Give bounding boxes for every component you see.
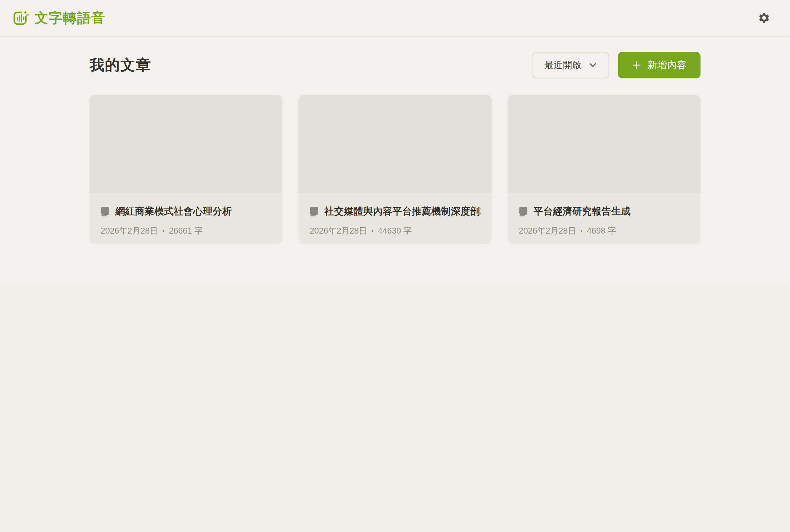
article-wordcount: 44630 字 — [378, 225, 412, 236]
sort-dropdown[interactable]: 最近開啟 — [533, 52, 609, 78]
top-section: 文字轉語音 我的文章 最近開啟 — [0, 0, 790, 284]
article-card[interactable]: 平台經濟研究報告生成 2026年2月28日 • 4698 字 — [508, 95, 700, 244]
article-title: 社交媒體與內容平台推薦機制深度剖析 — [324, 205, 480, 218]
settings-button[interactable] — [755, 9, 773, 26]
plus-icon — [631, 60, 642, 70]
article-card-body: 社交媒體與內容平台推薦機制深度剖析 2026年2月28日 • 44630 字 — [298, 193, 491, 236]
article-date: 2026年2月28日 — [519, 225, 576, 236]
app-title: 文字轉語音 — [35, 9, 105, 27]
article-title: 平台經濟研究報告生成 — [534, 205, 631, 218]
article-date: 2026年2月28日 — [101, 225, 158, 236]
app-page: 文字轉語音 我的文章 最近開啟 — [0, 0, 790, 532]
meta-separator-dot: • — [580, 228, 583, 234]
article-card-body: 網紅商業模式社會心理分析 2026年2月28日 • 26661 字 — [90, 193, 282, 236]
article-title-row: 平台經濟研究報告生成 — [519, 205, 689, 218]
app-brand: 文字轉語音 — [13, 9, 105, 27]
add-content-button[interactable]: 新增內容 — [618, 52, 700, 78]
meta-separator-dot: • — [371, 228, 373, 234]
article-wordcount: 26661 字 — [169, 225, 203, 236]
article-card[interactable]: 社交媒體與內容平台推薦機制深度剖析 2026年2月28日 • 44630 字 — [298, 95, 491, 244]
gear-icon — [758, 12, 770, 24]
article-title-row: 社交媒體與內容平台推薦機制深度剖析 — [309, 205, 480, 218]
article-meta: 2026年2月28日 • 4698 字 — [519, 225, 689, 236]
article-title: 網紅商業模式社會心理分析 — [115, 205, 232, 218]
article-meta: 2026年2月28日 • 44630 字 — [309, 225, 480, 236]
article-grid: 網紅商業模式社會心理分析 2026年2月28日 • 26661 字 — [90, 95, 700, 244]
add-content-label: 新增內容 — [648, 59, 687, 72]
article-card-body: 平台經濟研究報告生成 2026年2月28日 • 4698 字 — [508, 193, 700, 236]
article-title-row: 網紅商業模式社會心理分析 — [101, 205, 271, 218]
chevron-down-icon — [588, 60, 597, 70]
sort-dropdown-label: 最近開啟 — [544, 59, 581, 72]
article-card[interactable]: 網紅商業模式社會心理分析 2026年2月28日 • 26661 字 — [90, 95, 282, 244]
meta-separator-dot: • — [162, 228, 165, 234]
article-date: 2026年2月28日 — [309, 225, 367, 236]
article-thumbnail — [90, 95, 282, 193]
toolbar-row: 我的文章 最近開啟 — [90, 52, 700, 78]
article-meta: 2026年2月28日 • 26661 字 — [101, 225, 271, 236]
page-title: 我的文章 — [90, 55, 151, 75]
book-icon — [519, 206, 528, 216]
book-icon — [309, 206, 319, 216]
app-header: 文字轉語音 — [0, 0, 790, 36]
article-wordcount: 4698 字 — [587, 225, 616, 236]
toolbar-actions: 最近開啟 新增內容 — [533, 52, 700, 78]
book-icon — [101, 206, 110, 216]
main-content: 我的文章 最近開啟 — [90, 36, 700, 244]
article-thumbnail — [508, 95, 700, 193]
text-to-speech-logo-icon — [13, 9, 29, 26]
article-thumbnail — [298, 95, 491, 193]
